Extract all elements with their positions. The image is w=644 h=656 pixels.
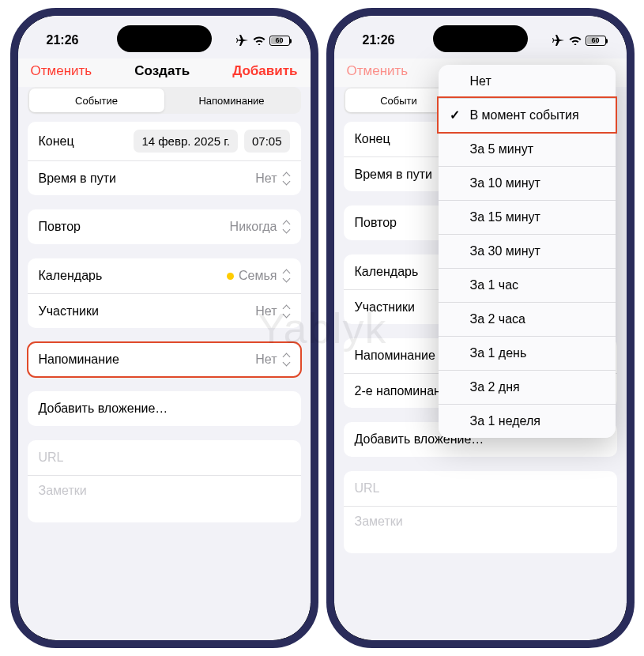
group-time: Конец Время в пути: [344, 122, 450, 191]
status-icons: 60: [552, 34, 606, 47]
travel-label: Время в пути: [39, 172, 116, 186]
notes-placeholder: Заметки: [355, 515, 403, 529]
url-placeholder: URL: [39, 451, 64, 465]
alert-option[interactable]: Нет: [439, 65, 616, 98]
airplane-icon: [236, 34, 249, 47]
row-end[interactable]: Конец: [344, 122, 450, 156]
row-repeat[interactable]: Повтор Никогда: [28, 209, 301, 244]
chevron-updown-icon: [282, 173, 290, 184]
attachment-label: Добавить вложение…: [39, 402, 168, 416]
calendar-label: Календарь: [39, 269, 103, 283]
row-attachment[interactable]: Добавить вложение…: [28, 391, 301, 426]
screen-left: 21:26 60 Отменить Создать Добавить Событ…: [18, 16, 311, 640]
chevron-updown-icon: [282, 306, 290, 317]
row-calendar[interactable]: Календарь: [344, 254, 450, 289]
row-repeat[interactable]: Повтор: [344, 205, 450, 240]
row-url[interactable]: URL: [344, 471, 617, 506]
alert-value: Нет: [255, 353, 277, 367]
calendar-label: Календарь: [355, 265, 419, 279]
participants-label: Участники: [39, 304, 99, 319]
row-participants[interactable]: Участники Нет: [28, 293, 301, 328]
cancel-button[interactable]: Отменить: [31, 63, 92, 79]
chevron-updown-icon: [282, 221, 290, 232]
alert-option[interactable]: За 1 день: [439, 336, 616, 370]
alert-option[interactable]: За 1 час: [439, 268, 616, 302]
group-alert: Напоминание Нет: [28, 342, 301, 377]
alert-label: Напоминание: [355, 349, 435, 363]
end-label: Конец: [355, 132, 390, 146]
status-icons: 60: [236, 34, 290, 47]
alert-option[interactable]: В момент события: [439, 98, 616, 132]
repeat-label: Повтор: [355, 216, 397, 230]
end-label: Конец: [39, 134, 74, 149]
segmented-control[interactable]: Событи: [344, 87, 454, 114]
segment-event[interactable]: Событи: [345, 89, 453, 112]
group-calendar: Календарь Участники: [344, 254, 450, 324]
add-button[interactable]: Добавить: [232, 63, 297, 79]
battery-icon: 60: [586, 36, 606, 46]
status-time: 21:26: [363, 33, 395, 47]
phone-right: 21:26 60 Отменить ь Событи Конец: [326, 8, 635, 648]
screen-right: 21:26 60 Отменить ь Событи Конец: [334, 16, 627, 640]
repeat-value: Никогда: [230, 220, 277, 234]
alert-option[interactable]: За 2 дня: [439, 370, 616, 404]
segment-reminder[interactable]: Напоминание: [164, 89, 299, 112]
wifi-icon: [569, 36, 582, 45]
participants-label: Участники: [355, 300, 415, 315]
segment-event[interactable]: Событие: [29, 89, 164, 112]
alert-picker-menu: НетВ момент событияЗа 5 минутЗа 10 минут…: [439, 65, 616, 438]
repeat-label: Повтор: [39, 220, 81, 234]
alert-option[interactable]: За 15 минут: [439, 200, 616, 234]
row-participants[interactable]: Участники: [344, 289, 450, 324]
nav-bar: Отменить Создать Добавить: [18, 58, 311, 87]
group-attachment: Добавить вложение…: [28, 391, 301, 426]
wifi-icon: [253, 36, 266, 45]
alert-option[interactable]: За 1 неделя: [439, 404, 616, 438]
group-repeat: Повтор Никогда: [28, 209, 301, 244]
row-notes[interactable]: Заметки: [344, 506, 617, 553]
airplane-icon: [552, 34, 565, 47]
travel-label: Время в пути: [355, 168, 432, 182]
phone-left: 21:26 60 Отменить Создать Добавить Событ…: [10, 8, 318, 648]
calendar-dot-icon: [227, 273, 234, 280]
group-notes: URL Заметки: [28, 440, 301, 522]
chevron-updown-icon: [282, 270, 290, 281]
row-end[interactable]: Конец 14 февр. 2025 г. 07:05: [28, 122, 301, 160]
group-time: Конец 14 февр. 2025 г. 07:05 Время в пут…: [28, 122, 301, 195]
segmented-control[interactable]: Событие Напоминание: [28, 87, 301, 114]
alert-option[interactable]: За 5 минут: [439, 132, 616, 166]
row-notes[interactable]: Заметки: [28, 475, 301, 522]
travel-value: Нет: [255, 172, 277, 186]
end-time-pill[interactable]: 07:05: [244, 130, 290, 153]
row-calendar[interactable]: Календарь Семья: [28, 258, 301, 293]
url-placeholder: URL: [355, 481, 380, 496]
row-travel-time[interactable]: Время в пути: [344, 156, 450, 191]
notes-placeholder: Заметки: [39, 484, 87, 498]
alert-label: Напоминание: [39, 353, 119, 367]
cancel-button[interactable]: Отменить: [347, 63, 409, 79]
participants-value: Нет: [255, 304, 277, 319]
battery-icon: 60: [269, 36, 290, 46]
calendar-value: Семья: [239, 269, 277, 283]
group-calendar: Календарь Семья Участники Нет: [28, 258, 301, 328]
row-url[interactable]: URL: [28, 440, 301, 475]
end-date-pill[interactable]: 14 февр. 2025 г.: [134, 130, 238, 153]
alert-option[interactable]: За 30 минут: [439, 234, 616, 268]
chevron-updown-icon: [282, 354, 290, 365]
row-travel-time[interactable]: Время в пути Нет: [28, 160, 301, 195]
alert-option[interactable]: За 10 минут: [439, 166, 616, 200]
alert-option[interactable]: За 2 часа: [439, 302, 616, 336]
status-bar: 21:26 60: [334, 16, 627, 58]
form-content: Конец 14 февр. 2025 г. 07:05 Время в пут…: [18, 122, 311, 552]
status-bar: 21:26 60: [18, 16, 311, 58]
status-time: 21:26: [47, 33, 79, 47]
group-repeat: Повтор: [344, 205, 450, 240]
row-alert[interactable]: Напоминание Нет: [28, 342, 301, 377]
nav-title: Создать: [134, 63, 190, 79]
group-notes: URL Заметки: [344, 471, 617, 553]
